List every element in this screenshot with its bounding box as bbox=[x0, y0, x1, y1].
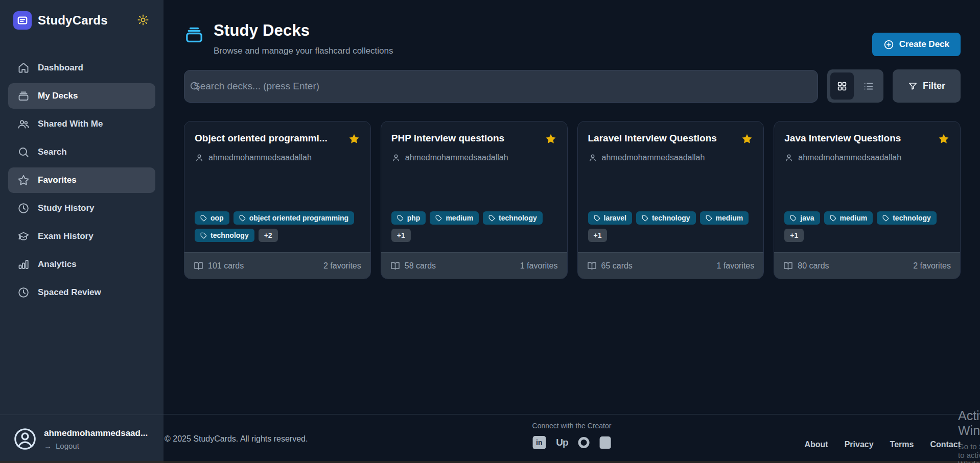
tag-pill[interactable]: object oriented programming bbox=[234, 211, 354, 225]
book-open-icon bbox=[587, 261, 597, 271]
favorite-star-icon[interactable] bbox=[348, 133, 360, 147]
plus-circle-icon bbox=[883, 39, 894, 50]
deck-author: ahmedmohammedsaadallah bbox=[602, 153, 705, 162]
tag-pill[interactable]: java bbox=[784, 211, 820, 225]
card-footer: 101 cards 2 favorites bbox=[184, 252, 370, 279]
user-avatar-icon[interactable] bbox=[13, 427, 37, 451]
tag-pill[interactable]: technology bbox=[195, 229, 254, 242]
author-row: ahmedmohammedsaadallah bbox=[784, 153, 950, 162]
connect-label: Connect with the Creator bbox=[532, 422, 612, 430]
favorites-count: 2 favorites bbox=[913, 261, 951, 271]
linkedin-icon[interactable]: in bbox=[532, 436, 546, 449]
tag-pill[interactable]: medium bbox=[700, 211, 749, 225]
star-icon bbox=[17, 174, 30, 186]
card-footer: 58 cards 1 favorites bbox=[381, 252, 567, 279]
book-open-icon bbox=[390, 261, 400, 271]
search-input[interactable] bbox=[184, 70, 818, 103]
deck-icon bbox=[184, 25, 204, 47]
tags-wrap: javamediumtechnology+1 bbox=[784, 211, 950, 245]
copyright-text: © 2025 StudyCards. All rights reserved. bbox=[165, 434, 308, 444]
clock-icon bbox=[17, 286, 30, 299]
sidebar-item-study-history[interactable]: Study History bbox=[8, 196, 155, 221]
tag-pill[interactable]: oop bbox=[195, 211, 229, 225]
list-icon bbox=[863, 81, 874, 92]
tag-pill[interactable]: technology bbox=[877, 211, 937, 225]
tag-pill[interactable]: technology bbox=[483, 211, 543, 225]
grid-view-button[interactable] bbox=[830, 72, 854, 100]
tag-pill[interactable]: php bbox=[391, 211, 426, 225]
card-count: 58 cards bbox=[390, 261, 436, 271]
sidebar-item-shared-with-me[interactable]: Shared With Me bbox=[8, 111, 155, 137]
card-count: 101 cards bbox=[194, 261, 244, 271]
footer-link-terms[interactable]: Terms bbox=[890, 440, 914, 449]
card-count: 80 cards bbox=[783, 261, 829, 271]
page-footer: © 2025 StudyCards. All rights reserved. … bbox=[164, 414, 980, 463]
tag-pill[interactable]: medium bbox=[430, 211, 479, 225]
sidebar-item-exam-history[interactable]: Exam History bbox=[8, 224, 155, 249]
favorites-count: 1 favorites bbox=[520, 261, 558, 271]
screen-edge-strip bbox=[0, 461, 980, 463]
favorite-star-icon[interactable] bbox=[938, 133, 950, 147]
tag-icon bbox=[882, 215, 889, 222]
arrow-right-icon: → bbox=[44, 442, 52, 450]
deck-card[interactable]: PHP interview questions ahmedmohammedsaa… bbox=[381, 121, 568, 279]
filter-button[interactable]: Filter bbox=[893, 69, 961, 103]
tag-pill[interactable]: technology bbox=[636, 211, 696, 225]
portfolio-icon[interactable] bbox=[600, 436, 611, 449]
user-name: ahmedmohammedsaad... bbox=[44, 428, 148, 438]
sidebar-item-dashboard[interactable]: Dashboard bbox=[8, 55, 155, 81]
tags-wrap: oopobject oriented programmingtechnology… bbox=[195, 211, 360, 245]
tag-pill[interactable]: medium bbox=[824, 211, 873, 225]
grad-cap-icon bbox=[17, 230, 30, 242]
title-wrap: Study Decks Browse and manage your flash… bbox=[184, 21, 393, 56]
card-body: Laravel Interview Questions ahmedmohamme… bbox=[578, 121, 764, 252]
deck-card[interactable]: Java Interview Questions ahmedmohammedsa… bbox=[774, 121, 961, 279]
upwork-icon[interactable]: Up bbox=[556, 437, 568, 448]
more-tags-pill[interactable]: +1 bbox=[784, 229, 804, 242]
logout-button[interactable]: → Logout bbox=[44, 442, 148, 450]
sun-icon[interactable] bbox=[137, 14, 150, 27]
sidebar-user-area: ahmedmohammedsaad... → Logout bbox=[0, 415, 164, 463]
sidebar-item-label: Shared With Me bbox=[38, 119, 103, 129]
list-view-button[interactable] bbox=[857, 72, 880, 100]
circle-icon[interactable] bbox=[578, 437, 590, 448]
sidebar-item-spaced-review[interactable]: Spaced Review bbox=[8, 280, 155, 305]
toolbar: Filter bbox=[184, 69, 961, 103]
create-deck-button[interactable]: Create Deck bbox=[872, 33, 961, 56]
deck-title: PHP interview questions bbox=[391, 133, 504, 144]
deck-cards-grid: Object oriented programmi... ahmedmohamm… bbox=[184, 121, 961, 279]
footer-link-contact[interactable]: Contact bbox=[930, 440, 961, 449]
tag-icon bbox=[200, 232, 207, 239]
card-top: Object oriented programmi... bbox=[195, 133, 360, 147]
more-tags-pill[interactable]: +2 bbox=[259, 229, 278, 242]
footer-link-about[interactable]: About bbox=[804, 440, 828, 449]
home-icon bbox=[17, 62, 30, 74]
sidebar-item-favorites[interactable]: Favorites bbox=[8, 167, 155, 193]
sidebar: StudyCards DashboardMy DecksShared With … bbox=[0, 0, 164, 463]
favorite-star-icon[interactable] bbox=[545, 133, 557, 147]
user-icon bbox=[391, 153, 401, 162]
more-tags-pill[interactable]: +1 bbox=[391, 229, 411, 242]
social-row: inUp bbox=[532, 436, 611, 449]
tag-icon bbox=[594, 215, 600, 222]
grid-icon bbox=[836, 81, 848, 92]
page-title: Study Decks bbox=[214, 21, 393, 40]
footer-link-privacy[interactable]: Privacy bbox=[845, 440, 874, 449]
sidebar-nav: DashboardMy DecksShared With MeSearchFav… bbox=[0, 40, 164, 415]
deck-card[interactable]: Laravel Interview Questions ahmedmohamme… bbox=[577, 121, 764, 279]
sidebar-item-my-decks[interactable]: My Decks bbox=[8, 83, 155, 109]
deck-icon bbox=[17, 90, 30, 102]
bar-chart-icon bbox=[17, 258, 30, 271]
favorite-star-icon[interactable] bbox=[741, 133, 753, 147]
deck-card[interactable]: Object oriented programmi... ahmedmohamm… bbox=[184, 121, 371, 279]
tag-icon bbox=[790, 215, 797, 222]
more-tags-pill[interactable]: +1 bbox=[588, 229, 608, 242]
sidebar-item-search[interactable]: Search bbox=[8, 139, 155, 165]
search-icon bbox=[189, 81, 200, 92]
author-row: ahmedmohammedsaadallah bbox=[195, 153, 360, 162]
tag-pill[interactable]: laravel bbox=[588, 211, 632, 225]
page-subtitle: Browse and manage your flashcard collect… bbox=[214, 46, 393, 56]
sidebar-item-analytics[interactable]: Analytics bbox=[8, 252, 155, 277]
user-meta: ahmedmohammedsaad... → Logout bbox=[44, 428, 148, 450]
main-content: Study Decks Browse and manage your flash… bbox=[164, 0, 980, 463]
